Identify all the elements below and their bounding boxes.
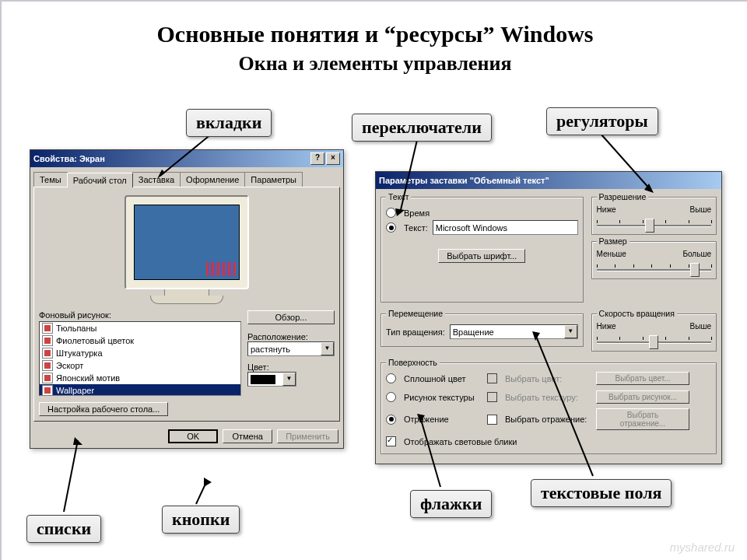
image-icon — [42, 360, 53, 371]
svg-marker-3 — [395, 208, 405, 216]
display-properties-dialog: Свойства: Экран ? × Темы Рабочий стол За… — [30, 149, 344, 449]
speed-slider[interactable] — [597, 331, 711, 349]
radio-row[interactable]: Рисунок текстуры — [386, 392, 487, 402]
svg-line-12 — [535, 334, 593, 476]
choose-texture-button: Выбрать рисунок... — [596, 390, 689, 404]
group-resolution: Разрешение НижеВыше — [591, 197, 717, 235]
image-icon — [42, 385, 53, 396]
radio-icon[interactable] — [386, 392, 396, 402]
list-item[interactable]: Эскорт — [40, 359, 240, 372]
svg-marker-9 — [204, 478, 212, 487]
browse-button[interactable]: Обзор... — [247, 310, 335, 324]
tab-desktop[interactable]: Рабочий стол — [67, 173, 133, 187]
radio-icon[interactable] — [386, 415, 396, 425]
color-swatch — [251, 375, 275, 384]
list-item[interactable]: Японский мотив — [40, 372, 240, 384]
image-icon — [42, 348, 53, 359]
group-size: Размер МеньшеБольше — [591, 241, 717, 279]
svg-marker-1 — [157, 170, 165, 179]
checkbox-icon[interactable] — [487, 415, 497, 425]
checkbox-icon — [487, 373, 497, 383]
page-subtitle: Окна и элементы управления — [2, 52, 747, 75]
checkbox-icon — [487, 392, 497, 402]
svg-marker-13 — [532, 331, 540, 341]
list-item[interactable]: Тюльпаны — [40, 322, 240, 334]
callout-buttons: кнопки — [162, 506, 240, 534]
svg-marker-11 — [417, 414, 425, 423]
background-label: Фоновый рисунок: — [39, 310, 241, 320]
list-item[interactable]: Wallpaper — [40, 384, 240, 396]
apply-button[interactable]: Применить — [277, 429, 338, 443]
resolution-slider[interactable] — [597, 214, 711, 233]
page-title: Основные понятия и “ресурсы” Windows — [2, 21, 747, 47]
choose-color-button: Выбрать цвет... — [596, 372, 689, 385]
callout-sliders: регуляторы — [546, 107, 658, 135]
slider-thumb[interactable] — [690, 263, 700, 277]
size-slider[interactable] — [597, 258, 711, 277]
slider-thumb[interactable] — [645, 219, 654, 233]
radio-row[interactable]: Текст: Microsoft Windows — [386, 220, 578, 235]
slider-thumb[interactable] — [649, 335, 658, 349]
chevron-down-icon: ▼ — [282, 373, 296, 386]
image-icon — [42, 323, 53, 334]
checkbox-icon[interactable] — [386, 436, 396, 446]
list-item[interactable]: Штукатурка — [40, 347, 240, 359]
text-input[interactable]: Microsoft Windows — [433, 220, 578, 235]
svg-line-4 — [601, 134, 651, 190]
cancel-button[interactable]: Отмена — [223, 429, 272, 443]
chevron-down-icon: ▼ — [321, 342, 334, 355]
tab-settings[interactable]: Параметры — [244, 172, 303, 187]
image-icon — [42, 335, 53, 346]
monitor-preview — [124, 195, 249, 304]
watermark: myshared.ru — [670, 541, 735, 554]
callout-tabs: вкладки — [186, 109, 272, 137]
background-listbox[interactable]: Тюльпаны Фиолетовый цветок Штукатурка Эс… — [39, 321, 241, 396]
image-icon — [42, 373, 53, 383]
customize-desktop-button[interactable]: Настройка рабочего стола... — [39, 402, 168, 416]
list-item[interactable]: Фиолетовый цветок — [40, 334, 240, 347]
placement-label: Расположение: — [247, 332, 335, 341]
callout-checkboxes: флажки — [410, 490, 492, 518]
radio-icon[interactable] — [386, 373, 396, 383]
choose-font-button[interactable]: Выбрать шрифт... — [438, 249, 525, 263]
color-select[interactable]: ▼ — [247, 372, 296, 387]
radio-icon[interactable] — [386, 222, 396, 233]
svg-line-10 — [420, 417, 440, 487]
dialog-title: Свойства: Экран — [33, 154, 105, 163]
callout-textfields: текстовые поля — [531, 479, 672, 507]
tab-themes[interactable]: Темы — [33, 172, 68, 187]
group-speed: Скорость вращения НижеВыше — [591, 313, 717, 352]
svg-marker-7 — [73, 437, 82, 445]
choose-reflection-button: Выбрать отражение... — [596, 408, 689, 430]
radio-row[interactable]: Сплошной цвет — [386, 373, 487, 383]
svg-line-0 — [160, 134, 212, 176]
svg-line-6 — [64, 440, 78, 512]
svg-line-2 — [400, 140, 417, 213]
help-button[interactable]: ? — [310, 152, 324, 165]
callout-radios: переключатели — [352, 114, 492, 142]
close-button[interactable]: × — [326, 152, 340, 165]
placement-select[interactable]: растянуть ▼ — [247, 341, 335, 356]
ok-button[interactable]: OK — [168, 429, 218, 443]
color-label: Цвет: — [247, 362, 335, 372]
callout-lists: списки — [26, 515, 101, 543]
